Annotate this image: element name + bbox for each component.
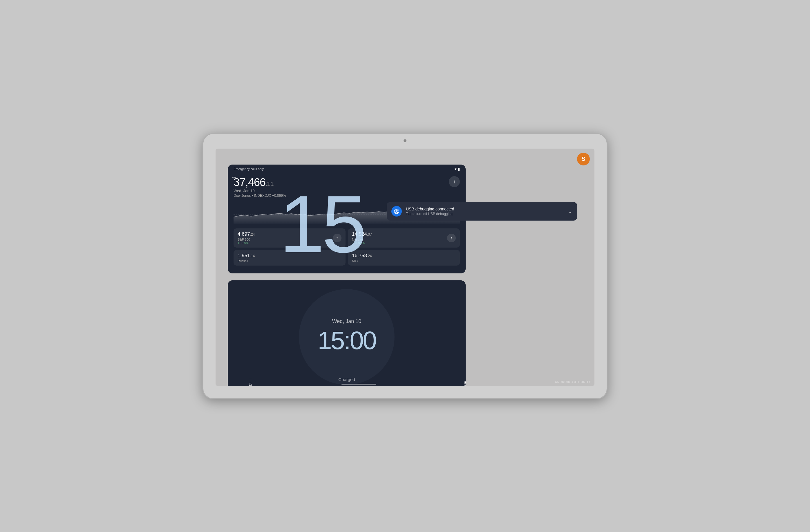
sp500-price: 4,697.24 xyxy=(238,231,255,237)
nasdaq-change: +0.095% xyxy=(352,241,372,245)
sub-stocks-grid: 4,697.24 S&P 500 +0.18% ↑ 14,524.07 Nasd… xyxy=(233,228,460,265)
stock-item-nasdaq[interactable]: 14,524.07 Nasdaq +0.095% ↑ xyxy=(348,228,460,247)
usb-title: USB debugging connected xyxy=(406,207,563,211)
clock-time: 15:00 xyxy=(318,326,376,355)
nasdaq-price: 14,524.07 xyxy=(352,231,372,237)
svg-point-14 xyxy=(397,212,398,213)
sp500-change: +0.18% xyxy=(238,241,255,245)
status-icons: ▾ ▮ xyxy=(455,167,460,171)
camera-dot xyxy=(404,139,406,142)
stock-item-sp500[interactable]: 4,697.24 S&P 500 +0.18% ↑ xyxy=(233,228,345,247)
nky-name: NKY xyxy=(352,259,372,263)
clock-widget: Wed, Jan 10 15:00 Charged ⌂ xyxy=(228,280,466,386)
emergency-calls-text: Emergency calls only xyxy=(233,167,264,171)
sp500-up-btn[interactable]: ↑ xyxy=(333,233,341,242)
stocks-main-price: 37,466.11 xyxy=(233,176,286,189)
qr-button[interactable] xyxy=(461,378,466,386)
home-button[interactable]: ⌂ xyxy=(245,378,256,386)
usb-expand-button[interactable]: ⌄ xyxy=(567,208,572,215)
user-avatar[interactable]: S xyxy=(577,153,590,165)
russell-name: Russell xyxy=(238,259,255,263)
svg-rect-2 xyxy=(465,382,466,383)
nav-indicator xyxy=(341,384,376,385)
stocks-main-info: 37,466.11 Wed, Jan 10 Dow Jones • INDEXD… xyxy=(233,176,286,200)
stocks-header: 37,466.11 Wed, Jan 10 Dow Jones • INDEXD… xyxy=(233,176,460,200)
android-authority-watermark: ANDROID AUTHORITY xyxy=(555,381,591,384)
stocks-status-bar: Emergency calls only ▾ ▮ xyxy=(228,167,466,171)
pencil-icon[interactable]: ✏ xyxy=(232,175,236,180)
nav-bar: ⌂ xyxy=(240,377,466,386)
sp500-name: S&P 500 xyxy=(238,238,255,241)
nky-price: 16,758.24 xyxy=(352,253,372,259)
russell-price: 1,951.14 xyxy=(238,253,255,259)
stocks-index: Dow Jones • INDEXDJX +0.069% xyxy=(233,194,286,198)
wifi-icon: ▾ xyxy=(455,167,457,171)
battery-icon: ▮ xyxy=(458,167,460,171)
usb-icon xyxy=(391,206,402,216)
usb-subtitle: Tap to turn off USB debugging xyxy=(406,212,563,216)
usb-notification[interactable]: USB debugging connected Tap to turn off … xyxy=(387,202,577,221)
nasdaq-name: Nasdaq xyxy=(352,238,372,241)
stocks-date: Wed, Jan 10 xyxy=(233,189,286,193)
clock-content: Wed, Jan 10 15:00 xyxy=(318,318,376,355)
stock-item-nky[interactable]: 16,758.24 NKY xyxy=(348,250,460,265)
svg-point-13 xyxy=(395,212,396,213)
tablet-screen: 15 Emergency calls only ▾ ▮ ✏ 37,466.11 xyxy=(215,149,595,386)
tablet-frame: 15 Emergency calls only ▾ ▮ ✏ 37,466.11 xyxy=(202,133,608,399)
clock-date: Wed, Jan 10 xyxy=(332,318,361,324)
usb-notification-text: USB debugging connected Tap to turn off … xyxy=(406,207,563,216)
nasdaq-up-btn[interactable]: ↑ xyxy=(447,233,456,242)
stocks-up-button[interactable]: ↑ xyxy=(449,176,460,187)
svg-rect-6 xyxy=(465,385,466,386)
stock-item-russell[interactable]: 1,951.14 Russell xyxy=(233,250,345,265)
